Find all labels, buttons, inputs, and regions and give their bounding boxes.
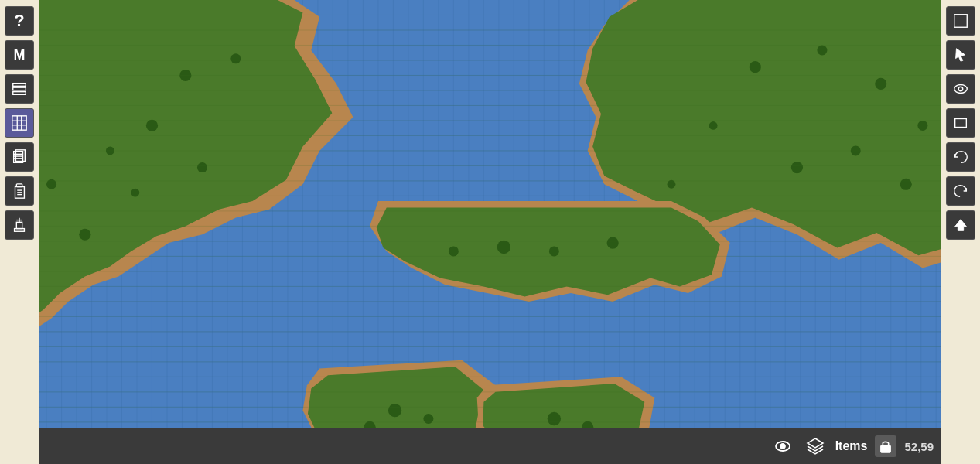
pointer-icon (952, 46, 969, 63)
statusbar-layers-icon (806, 437, 825, 455)
paste-icon (11, 183, 28, 200)
svg-point-133 (668, 180, 676, 189)
eye-icon (952, 80, 969, 97)
lock-icon (877, 438, 894, 455)
items-label: Items (835, 439, 868, 453)
help-icon: ? (14, 11, 24, 31)
select-rect-button[interactable] (946, 6, 975, 36)
stamp-button[interactable] (5, 210, 34, 240)
svg-rect-2 (13, 92, 26, 95)
left-toolbar: ? M (0, 0, 39, 464)
copy-icon (11, 148, 28, 165)
layers-button[interactable] (5, 74, 34, 104)
svg-rect-0 (13, 84, 26, 87)
svg-point-134 (900, 179, 912, 190)
svg-point-183 (780, 444, 785, 449)
coordinates-display: 52,59 (904, 440, 934, 453)
right-toolbar (941, 0, 980, 464)
svg-point-137 (497, 241, 510, 254)
svg-point-178 (954, 85, 968, 94)
svg-point-130 (709, 121, 718, 130)
svg-rect-1 (13, 87, 26, 90)
svg-rect-177 (954, 15, 968, 28)
svg-point-144 (548, 412, 561, 425)
svg-point-139 (607, 237, 619, 248)
copy-button[interactable] (5, 142, 34, 172)
help-button[interactable]: ? (5, 6, 34, 36)
svg-point-127 (817, 45, 827, 55)
undo-icon (952, 148, 969, 165)
svg-marker-184 (808, 438, 823, 448)
svg-point-121 (197, 162, 207, 172)
svg-point-126 (750, 61, 761, 73)
map-container[interactable] (39, 0, 941, 464)
svg-point-124 (46, 179, 56, 189)
svg-point-122 (131, 189, 139, 197)
statusbar-eye-icon (773, 437, 792, 455)
eye-button[interactable] (946, 74, 975, 104)
redo-button[interactable] (946, 176, 975, 206)
svg-rect-185 (881, 445, 891, 452)
svg-point-129 (917, 121, 927, 131)
svg-point-131 (791, 162, 803, 173)
grid-button[interactable] (5, 108, 34, 138)
grid-icon (11, 114, 28, 131)
map-button[interactable]: M (5, 40, 34, 70)
svg-rect-3 (12, 116, 26, 130)
svg-point-140 (449, 246, 459, 256)
stamp-icon (11, 217, 28, 234)
layers-icon (11, 80, 28, 97)
svg-point-119 (230, 53, 241, 63)
rectangle-button[interactable] (946, 108, 975, 138)
svg-point-120 (146, 120, 158, 131)
map-terrain (39, 0, 941, 464)
paste-button[interactable] (5, 176, 34, 206)
pointer-button[interactable] (946, 40, 975, 70)
select-rect-icon (952, 12, 969, 29)
statusbar-layers-button[interactable] (803, 434, 828, 459)
svg-rect-180 (955, 119, 967, 128)
svg-point-179 (958, 87, 963, 91)
svg-point-123 (79, 229, 90, 241)
rectangle-icon (952, 114, 969, 131)
svg-rect-14 (16, 184, 22, 187)
status-bar: Items 52,59 (39, 428, 941, 464)
svg-marker-181 (955, 220, 967, 231)
svg-point-138 (549, 246, 559, 256)
arrow-up-icon (952, 217, 969, 234)
lock-button[interactable] (875, 435, 896, 457)
svg-point-142 (423, 414, 433, 424)
arrow-up-button[interactable] (946, 210, 975, 240)
svg-point-141 (388, 404, 401, 417)
map-icon: M (14, 47, 26, 63)
svg-point-128 (875, 78, 886, 90)
redo-icon (952, 183, 969, 200)
statusbar-eye-button[interactable] (770, 434, 795, 459)
undo-button[interactable] (946, 142, 975, 172)
svg-rect-19 (16, 222, 22, 228)
